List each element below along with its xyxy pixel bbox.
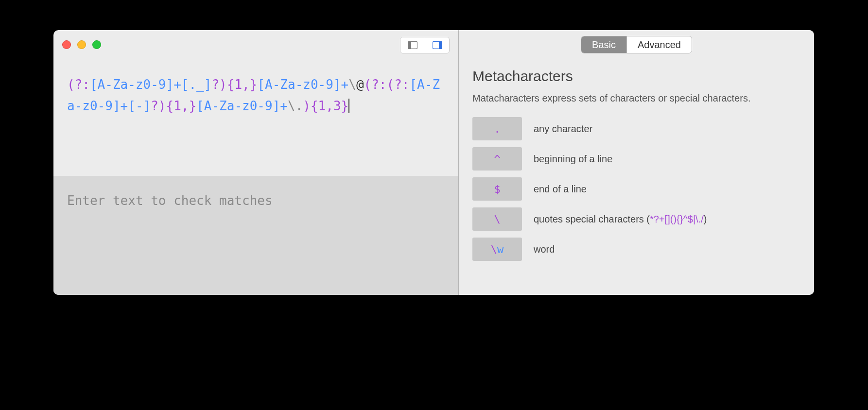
app-window: (?:[A-Za-z0-9]+[._]?){1,}[A-Za-z0-9]+\@(… <box>53 30 814 295</box>
regex-token: ) <box>303 99 311 113</box>
regex-token: [A-Za-z0-9] <box>196 99 280 113</box>
match-test-input[interactable]: Enter text to check matches <box>53 176 458 295</box>
metacharacter-item[interactable]: .any character <box>472 117 800 140</box>
traffic-lights <box>62 40 101 49</box>
toggle-right-panel-button[interactable] <box>425 37 449 53</box>
side-pane: Basic Advanced Metacharacters Matacharac… <box>459 30 814 295</box>
metacharacter-list: .any character^beginning of a line$end o… <box>472 117 800 261</box>
metacharacter-key: ^ <box>472 147 522 171</box>
title-bar <box>53 30 458 59</box>
side-body: Metacharacters Matacharacters express se… <box>459 59 814 261</box>
regex-token: {1,3 <box>311 99 341 113</box>
regex-token: + <box>341 77 349 92</box>
metacharacter-desc: end of a line <box>534 183 587 196</box>
metacharacter-key: . <box>472 117 522 140</box>
tab-basic[interactable]: Basic <box>581 36 626 53</box>
regex-token: + <box>121 99 128 113</box>
regex-token: [A-Za-z0-9] <box>257 77 341 92</box>
match-placeholder: Enter text to check matches <box>67 193 273 208</box>
regex-token: } <box>341 99 350 113</box>
metacharacter-item[interactable]: \wword <box>472 238 800 261</box>
metacharacter-key: \w <box>472 238 522 261</box>
metacharacter-desc: any character <box>534 122 592 136</box>
reference-tab-group: Basic Advanced <box>581 36 692 53</box>
section-title: Metacharacters <box>472 68 800 85</box>
regex-token: + <box>174 77 181 92</box>
minimize-window-button[interactable] <box>77 40 86 49</box>
metacharacter-desc: word <box>534 243 555 256</box>
svg-rect-3 <box>439 42 442 49</box>
close-window-button[interactable] <box>62 40 71 49</box>
toggle-left-panel-button[interactable] <box>400 37 425 53</box>
zoom-window-button[interactable] <box>92 40 101 49</box>
panel-toggle-group <box>400 37 450 53</box>
regex-input[interactable]: (?:[A-Za-z0-9]+[._]?){1,}[A-Za-z0-9]+\@(… <box>53 59 458 176</box>
regex-token: \. <box>288 99 303 113</box>
regex-token: ?) <box>211 77 226 92</box>
regex-token: + <box>280 99 288 113</box>
section-desc: Matacharacters express sets of character… <box>472 91 800 105</box>
tab-advanced[interactable]: Advanced <box>626 36 692 53</box>
metacharacter-key: \ <box>472 207 522 231</box>
regex-token: @ <box>356 77 364 92</box>
regex-token: (?: <box>67 77 90 92</box>
metacharacter-item[interactable]: $end of a line <box>472 177 800 201</box>
metacharacter-key: $ <box>472 177 522 201</box>
regex-token: {1,} <box>166 99 197 113</box>
metacharacter-item[interactable]: \quotes special characters (*?+[](){}^$|… <box>472 207 800 231</box>
regex-token: [-] <box>128 99 151 113</box>
main-pane: (?:[A-Za-z0-9]+[._]?){1,}[A-Za-z0-9]+\@(… <box>53 30 459 295</box>
regex-token: {1,} <box>227 77 258 92</box>
regex-token: (?: <box>364 77 387 92</box>
regex-token: ?) <box>151 99 166 113</box>
regex-token: \ <box>348 77 356 92</box>
metacharacter-desc: beginning of a line <box>534 153 612 166</box>
regex-token: [A-Za-z0-9] <box>90 77 174 92</box>
regex-token: [._] <box>181 77 212 92</box>
metacharacter-item[interactable]: ^beginning of a line <box>472 147 800 171</box>
regex-token: (?: <box>387 77 410 92</box>
svg-rect-1 <box>408 42 411 49</box>
side-header: Basic Advanced <box>459 30 814 59</box>
metacharacter-desc: quotes special characters (*?+[](){}^$|\… <box>534 213 707 226</box>
